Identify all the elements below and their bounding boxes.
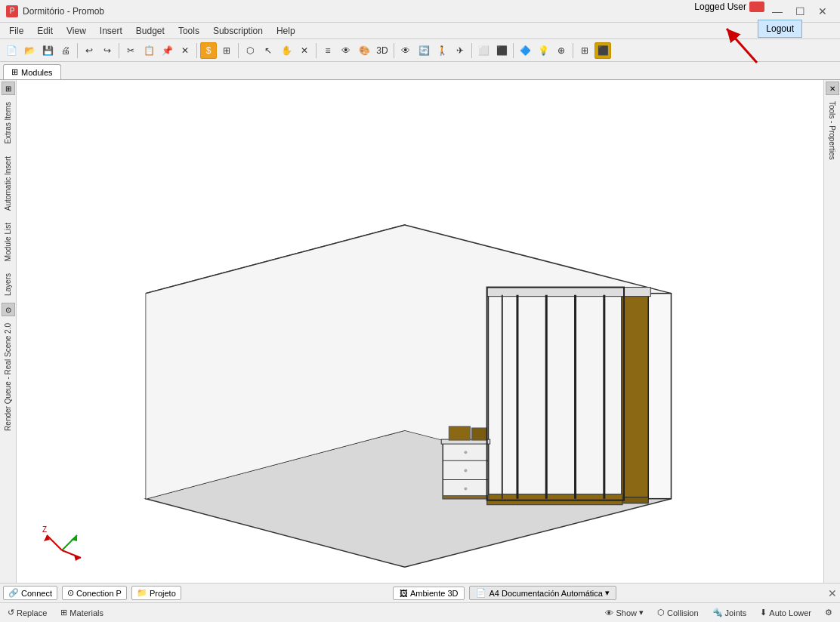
tb-budget[interactable]: $	[200, 42, 217, 59]
joints-button[interactable]: 🔩 Joints	[708, 606, 752, 619]
replace-label: Replace	[17, 608, 47, 617]
user-avatar	[749, 2, 764, 12]
maximize-button[interactable]: ☐	[789, 4, 811, 19]
close-button[interactable]: ✕	[811, 4, 834, 19]
tb-print[interactable]: 🖨	[57, 42, 74, 59]
settings-button[interactable]: ⚙	[820, 606, 837, 619]
projeto-button[interactable]: 📁 Projeto	[131, 586, 181, 600]
bottom-tabs-center: 🖼 Ambiente 3D 📄 A4 Documentación Automát…	[186, 586, 823, 600]
logout-tooltip[interactable]: Logout	[758, 20, 802, 38]
tab-modules[interactable]: ⊞ Modules	[3, 64, 61, 79]
toolbar-separator-6	[394, 43, 394, 58]
minimize-button[interactable]: —	[766, 4, 789, 19]
svg-rect-28	[443, 496, 488, 499]
menu-help[interactable]: Help	[270, 24, 301, 38]
tb-layers[interactable]: ≡	[320, 42, 336, 59]
svg-point-25	[464, 488, 467, 491]
menu-tools[interactable]: Tools	[172, 24, 205, 38]
menu-subscription[interactable]: Subscription	[207, 24, 269, 38]
title-bar-left: P Dormitório - Promob	[6, 5, 104, 17]
toolbar-separator-1	[77, 43, 78, 58]
toolbar: 📄 📂 💾 🖨 ↩ ↪ ✂ 📋 📌 ✕ $ ⊞ ⬡ ↖ ✋ ✕ ≡ 👁 🎨 3D…	[0, 39, 840, 62]
menu-budget[interactable]: Budget	[130, 24, 171, 38]
collision-button[interactable]: ⬡ Collision	[653, 606, 703, 619]
tb-material[interactable]: 🔷	[517, 42, 533, 59]
replace-button[interactable]: ↺ Replace	[3, 606, 51, 619]
joints-label: Joints	[725, 608, 747, 617]
tb-fly[interactable]: ✈	[452, 42, 468, 59]
menu-file[interactable]: File	[3, 24, 29, 38]
tb-grid[interactable]: ⊞	[576, 42, 593, 59]
logged-user-area: Logged User	[694, 2, 764, 12]
connect-button[interactable]: 🔗 Connect	[3, 586, 57, 600]
menu-edit[interactable]: Edit	[31, 24, 59, 38]
svg-rect-11	[546, 295, 575, 499]
sidebar-layers[interactable]: Layers	[2, 268, 14, 301]
sidebar-icon-mid[interactable]: ⊙	[2, 303, 15, 316]
svg-rect-27	[472, 428, 487, 440]
toolbar-separator-9	[573, 43, 573, 58]
settings-icon: ⚙	[825, 608, 832, 617]
tb-expand[interactable]: ⊞	[218, 42, 235, 59]
tab-modules-icon: ⊞	[11, 67, 18, 77]
right-sidebar: ✕ Tools - Properties	[823, 80, 840, 583]
right-sidebar-label: Tools - Properties	[828, 101, 836, 160]
status-bar: ↺ Replace ⊞ Materials 👁 Show ▾ ⬡ Collisi…	[0, 602, 840, 622]
tb-eye[interactable]: 👁	[397, 42, 414, 59]
tb-light[interactable]: 💡	[535, 42, 551, 59]
tb-view[interactable]: ⬜	[475, 42, 492, 59]
tb-snap[interactable]: ⊕	[553, 42, 570, 59]
materials-button[interactable]: ⊞ Materials	[56, 606, 108, 619]
documentacion-dropdown-icon: ▾	[605, 588, 610, 598]
right-sidebar-close-btn[interactable]: ✕	[826, 82, 839, 95]
toolbar-separator-8	[513, 43, 514, 58]
menu-insert[interactable]: Insert	[94, 24, 128, 38]
sidebar-icon-top[interactable]: ⊞	[2, 82, 15, 95]
tb-open[interactable]: 📂	[21, 42, 38, 59]
left-sidebar: ⊞ Extras Items Automatic Insert Module L…	[0, 80, 17, 583]
materials-label: Materials	[69, 608, 103, 617]
tb-redo[interactable]: ↪	[99, 42, 116, 59]
tb-select[interactable]: ↖	[260, 42, 276, 59]
tb-move[interactable]: ✋	[278, 42, 295, 59]
tb-box[interactable]: ⬛	[493, 42, 510, 59]
toolbar-separator-7	[471, 43, 472, 58]
tab-ambiente-3d[interactable]: 🖼 Ambiente 3D	[393, 587, 465, 600]
tb-delete[interactable]: ✕	[177, 42, 193, 59]
show-button[interactable]: 👁 Show ▾	[601, 606, 648, 619]
svg-point-23	[464, 451, 467, 454]
replace-icon: ↺	[8, 608, 14, 617]
svg-rect-12	[576, 295, 604, 499]
logout-label: Logout	[766, 23, 794, 34]
sidebar-render-queue[interactable]: Render Queue - Real Scene 2.0	[2, 318, 14, 436]
menu-view[interactable]: View	[60, 24, 92, 38]
tb-gold-btn[interactable]: ⬛	[594, 42, 611, 59]
conection-p-button[interactable]: ⊙ Conection P	[62, 586, 127, 600]
auto-lower-label: Auto Lower	[769, 608, 811, 617]
sidebar-extras-items[interactable]: Extras Items	[2, 97, 14, 149]
tb-save[interactable]: 💾	[39, 42, 56, 59]
tb-paste[interactable]: 📌	[159, 42, 175, 59]
tb-new[interactable]: 📄	[3, 42, 20, 59]
tab-documentacion[interactable]: 📄 A4 Documentación Automática ▾	[469, 586, 616, 600]
tb-visibility[interactable]: 👁	[338, 42, 354, 59]
sidebar-automatic-insert[interactable]: Automatic Insert	[2, 151, 14, 216]
show-icon: 👁	[605, 608, 613, 617]
menu-bar: File Edit View Insert Budget Tools Subsc…	[0, 23, 840, 39]
tb-walk[interactable]: 🚶	[434, 42, 450, 59]
toolbar-separator-3	[196, 43, 197, 58]
tb-3d[interactable]: 3D	[374, 42, 391, 59]
tb-shape[interactable]: ⬡	[242, 42, 258, 59]
tb-delete2[interactable]: ✕	[296, 42, 313, 59]
tb-render[interactable]: 🎨	[356, 42, 372, 59]
bottom-close-btn[interactable]: ✕	[828, 587, 837, 599]
tb-cut[interactable]: ✂	[122, 42, 139, 59]
3d-scene	[17, 80, 823, 583]
tb-rotate[interactable]: 🔄	[415, 42, 432, 59]
conection-p-label: Conection P	[76, 589, 122, 598]
svg-rect-17	[487, 288, 651, 297]
tb-copy[interactable]: 📋	[141, 42, 157, 59]
auto-lower-button[interactable]: ⬇ Auto Lower	[755, 606, 816, 619]
tb-undo[interactable]: ↩	[81, 42, 97, 59]
sidebar-module-list[interactable]: Module List	[2, 217, 14, 266]
